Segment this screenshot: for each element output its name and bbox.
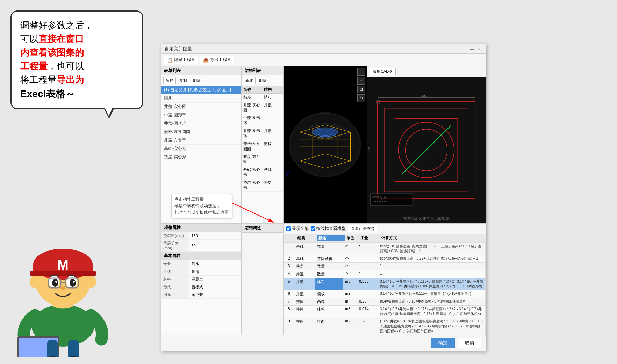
eq-panel: 显示全部 按线框查看模型 查看计算依据 结构 描述 单位 工量 计算方式 [284, 224, 486, 335]
view-controls: + − ⊡ ↻ [357, 68, 365, 102]
eq-row[interactable]: 2 基础 并间踏步 个 floor((0.4×板顶覆土高 - 0.22+(上起步… [284, 255, 486, 263]
props-row: 形状 矩形 [161, 268, 241, 276]
new-struct-btn[interactable]: 新建 [243, 77, 256, 84]
export-qty-label: 导出工程量 [210, 57, 231, 63]
minimize-btn[interactable]: — [469, 46, 475, 52]
table-list-item[interactable]: 垫层-实心形 [161, 153, 241, 161]
3d-view-panel: X Y Z + − ⊡ ↻ [284, 66, 367, 223]
table-icon: 📋 [167, 57, 173, 63]
table-list-item[interactable]: 井盖-方台环 [161, 136, 241, 145]
svg-text:CIRCLE_LAY: CIRCLE_LAY [372, 196, 387, 199]
table-list-item[interactable]: 基础-实心形 [161, 145, 241, 153]
props-row: 用途 沉泥井 [161, 291, 241, 299]
hide-qty-label: 隐藏工程量 [174, 57, 195, 63]
svg-point-11 [55, 281, 57, 283]
svg-point-25 [63, 356, 84, 357]
struct-list-columns: 名称 结构 [242, 86, 283, 94]
table-list: (1) 自定义并 [矩形 混凝土 污水 直...] 踏步 井盖-实心圆 中盖-圆… [161, 86, 241, 223]
dialog-title-bar: 自定义并图量 — × [161, 44, 486, 54]
struct-list-item[interactable]: 盖板/方方圆圆盖板 [242, 140, 283, 153]
zoom-in-btn[interactable]: + [357, 68, 365, 76]
dialog-footer: 确定 取消 [161, 335, 486, 351]
basic-props-header: 基本属性 [161, 252, 241, 260]
svg-point-18 [86, 276, 96, 288]
window-controls: — × [469, 46, 482, 52]
svg-rect-23 [68, 340, 79, 357]
props-row: 专业 污水 [161, 260, 241, 268]
delete-struct-btn[interactable]: 删除 [257, 77, 269, 84]
eq-toolbar: 显示全部 按线框查看模型 查看计算依据 [284, 224, 486, 234]
struct-list-item[interactable]: 踏步踏步 [242, 94, 283, 101]
table-list-item[interactable]: 井盖-圆形环 [161, 119, 241, 128]
eq-row[interactable]: 8 井间 体积 m3 0.074 3.14 * ((0.7+井筒内径) * 0.… [284, 306, 486, 318]
eq-table-header-row: 结构 描述 单位 工量 计算方式 [284, 234, 486, 242]
cad-view: 1650 1650 CIRCLE_LAY XXXX-XX-XXXX 带蓝框的效果… [367, 77, 486, 223]
svg-point-17 [30, 276, 40, 288]
hide-qty-btn[interactable]: 📋 隐藏工程量 [164, 56, 198, 64]
table-list-header: 表单列表 [161, 66, 241, 75]
svg-point-16 [60, 286, 66, 290]
eq-row[interactable]: 9 井间 拌面 m2 1.28 (1.65+井宽× + 0.18×长边盖板搭接宽… [284, 318, 486, 335]
svg-point-10 [70, 279, 76, 287]
confirm-btn[interactable]: 确定 [431, 338, 455, 348]
struct-list-item[interactable]: 井盖-实心圆井盖 [242, 101, 283, 114]
delete-table-btn[interactable]: 删除 [191, 77, 203, 84]
struct-list-item[interactable]: 中盖-圆形环 [242, 114, 283, 127]
cad-panel: 摄取CAD图 [367, 66, 486, 223]
mascot: M [7, 200, 119, 357]
props-panel: 规格属性 垫层厚(mm) 150 垫层扩大(mm) 50 基本属性 专业 [161, 224, 242, 335]
table-list-item[interactable]: 中盖-圆形环 [161, 111, 241, 119]
export-icon: 📤 [203, 57, 209, 63]
export-qty-btn[interactable]: 📤 导出工程量 [200, 56, 234, 64]
basic-props-section: 基本属性 专业 污水 形状 矩形 材料 混凝土 形式 [161, 252, 241, 299]
eq-row[interactable]: 7 井间 高度 m 0.25 (0.4×板顶覆土高 - 0.15+井圈高×) -… [284, 298, 486, 306]
svg-point-9 [52, 279, 58, 287]
eq-row[interactable]: 6 井盖 模板 m2 3.14 * (0.7+井筒内径 + 0.115+井筒壁厚… [284, 290, 486, 298]
struct-list-item[interactable]: 井盖-圆形环井盖 [242, 127, 283, 140]
eq-row[interactable]: 3 井盖 数量 个 1 1 [284, 263, 486, 270]
prop-label: 垫层扩大(mm) [161, 240, 189, 252]
dialog-title: 自定义并图量 [165, 46, 192, 52]
table-list-item[interactable]: 井盖-实心圆 [161, 103, 241, 111]
struct-list-item[interactable]: 垫层-实心形垫层 [242, 179, 283, 192]
zoom-out-btn[interactable]: − [357, 77, 365, 85]
prop-value: 盖板式 [189, 283, 241, 291]
fit-view-btn[interactable]: ⊡ [357, 86, 365, 93]
col-type: 结构 [262, 86, 283, 93]
eq-table-wrap[interactable]: 1 基础 数量 个 S floor((1.8+踏步边距+距离宽度) * 0.22… [284, 242, 486, 335]
col-name: 名称 [242, 86, 262, 93]
struct-list-item[interactable]: 基础-实心形基础 [242, 166, 283, 179]
calc-basis-btn[interactable]: 查看计算依据 [348, 225, 377, 232]
props-row: 形式 盖板式 [161, 283, 241, 291]
prop-value: 沉泥井 [189, 291, 241, 299]
struct-list-item[interactable]: 井盖-方台环 [242, 153, 283, 166]
show-all-checkbox[interactable]: 显示全部 [286, 226, 309, 232]
table-list-item[interactable]: 盖板/方方圆圆 [161, 128, 241, 136]
eq-row[interactable]: 4 井盖 数量 个 1 1 [284, 270, 486, 278]
prop-label: 材料 [161, 276, 189, 283]
eq-row-selected[interactable]: 5 井盖 体积 m3 0.036 3.14 * ((0.7+井筒内径) * 0.… [284, 278, 486, 290]
svg-text:Z: Z [285, 174, 286, 176]
main-dialog: 自定义并图量 — × 📋 隐藏工程量 📤 导出工程量 表单列表 新建 复制 删除… [161, 44, 486, 351]
bottom-section: 规格属性 垫层厚(mm) 150 垫层扩大(mm) 50 基本属性 专业 [161, 223, 486, 335]
struct-attr-header: 结构属性 [242, 224, 283, 233]
rotate-btn[interactable]: ↻ [357, 94, 365, 102]
prop-value: 污水 [189, 260, 241, 268]
extract-cad-btn[interactable]: 摄取CAD图 [370, 68, 396, 75]
prop-label: 专业 [161, 260, 189, 268]
svg-text:X: X [297, 171, 299, 173]
eq-row[interactable]: 1 基础 数量 个 S floor((1.8+踏步边距+距离宽度) * 0.22… [284, 243, 486, 255]
cad-toolbar-label: 摄取CAD图 [373, 69, 393, 73]
spec-props-header: 规格属性 [161, 224, 241, 232]
struct-list-header: 结构列表 [242, 66, 283, 75]
eq-table: 1 基础 数量 个 S floor((1.8+踏步边距+距离宽度) * 0.22… [284, 242, 486, 335]
svg-text:XXXX-XX-XXXX: XXXX-XX-XXXX [372, 201, 388, 203]
close-btn[interactable]: × [476, 46, 482, 52]
svg-line-47 [286, 172, 289, 175]
cancel-btn[interactable]: 取消 [458, 338, 481, 348]
struct-list-panel: 结构列表 新建 删除 名称 结构 踏步踏步 井盖-实心圆井盖 中盖-圆形环 井盖… [242, 66, 284, 223]
spec-props-table: 垫层厚(mm) 150 垫层扩大(mm) 50 [161, 232, 241, 252]
wireframe-checkbox[interactable]: 按线框查看模型 [311, 226, 346, 232]
cad-note: 带蓝框的效果为已提取数据 [367, 216, 486, 221]
prop-value: 矩形 [189, 268, 241, 276]
